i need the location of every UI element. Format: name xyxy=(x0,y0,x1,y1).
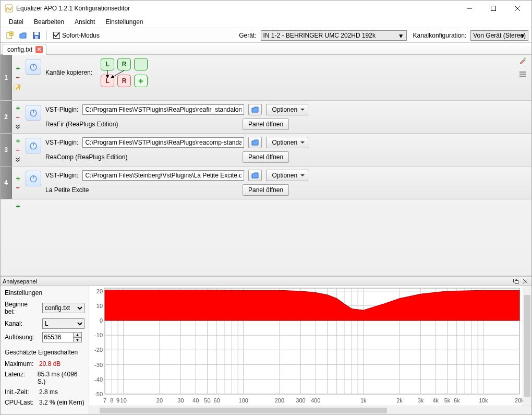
menu-view[interactable]: Ansicht xyxy=(69,17,100,27)
add-filter-button[interactable]: ＋ xyxy=(14,174,22,182)
tab-strip: config.txt ✕ xyxy=(1,42,531,55)
filter-power-button[interactable] xyxy=(26,59,41,75)
chevron-down-icon: ▼ xyxy=(519,32,526,40)
svg-text:-50: -50 xyxy=(94,391,103,397)
resolution-stepper[interactable]: ▲▼ xyxy=(42,332,82,342)
svg-text:7: 7 xyxy=(103,397,106,404)
resolution-input[interactable] xyxy=(42,332,74,342)
add-filter-button[interactable]: ＋ xyxy=(14,64,22,73)
channel-dst-L[interactable]: L xyxy=(101,75,114,87)
frequency-response-chart[interactable]: 20100-10-20-30-40-5078910203040506010020… xyxy=(89,286,531,406)
save-file-button[interactable] xyxy=(31,30,42,41)
channel-select[interactable]: L xyxy=(42,318,84,329)
vst-path-input[interactable] xyxy=(82,137,244,148)
menu-edit[interactable]: Bearbeiten xyxy=(29,17,69,27)
open-panel-button[interactable]: Panel öffnen xyxy=(243,118,289,130)
svg-text:20: 20 xyxy=(156,397,163,404)
init-time-label: Init.-Zeit: xyxy=(5,388,35,396)
filter-power-button[interactable] xyxy=(26,138,41,153)
analysis-panel: Analysepanel Einstellungen Beginne bei: … xyxy=(1,276,531,414)
row-number: 1 xyxy=(1,55,12,100)
color-picker-button[interactable] xyxy=(516,55,529,66)
chart-horizontal-scrollbar[interactable] xyxy=(89,406,531,414)
svg-text:300: 300 xyxy=(296,397,305,404)
undock-button[interactable] xyxy=(512,278,520,285)
remove-filter-button[interactable]: − xyxy=(14,74,22,82)
begin-at-select[interactable]: config.txt xyxy=(42,303,84,313)
edit-filter-button[interactable] xyxy=(14,83,22,91)
channel-dst-R[interactable]: R xyxy=(117,75,131,87)
svg-text:20k: 20k xyxy=(515,397,523,404)
svg-text:3k: 3k xyxy=(418,397,424,404)
row-mode-button[interactable] xyxy=(516,68,529,80)
add-filter-button[interactable]: ＋ xyxy=(14,103,22,112)
vst-name: La Petite Excite xyxy=(45,186,238,194)
open-panel-button[interactable]: Panel öffnen xyxy=(243,151,289,163)
filter-power-button[interactable] xyxy=(26,171,41,186)
instant-mode-checkbox[interactable]: Sofort-Modus xyxy=(53,32,100,39)
remove-filter-button[interactable]: − xyxy=(14,183,22,192)
channel-add-button[interactable]: ＋ xyxy=(134,75,148,87)
expand-button[interactable] xyxy=(14,155,22,163)
svg-rect-2 xyxy=(491,6,496,11)
svg-text:30: 30 xyxy=(177,397,184,404)
vst-path-input[interactable] xyxy=(82,170,244,181)
step-up-button[interactable]: ▲ xyxy=(74,332,82,337)
channel-src-R[interactable]: R xyxy=(117,58,131,70)
options-button[interactable]: Optionen xyxy=(266,170,308,181)
browse-button[interactable] xyxy=(248,170,262,181)
row-controls: ＋ − xyxy=(12,55,23,100)
filter-power-button[interactable] xyxy=(26,105,41,121)
analysis-header: Analysepanel xyxy=(1,277,531,286)
svg-text:40: 40 xyxy=(192,397,199,404)
add-filter-button[interactable]: ＋ xyxy=(14,136,22,145)
channel-src-blank[interactable] xyxy=(134,58,148,70)
minimize-button[interactable] xyxy=(457,1,481,16)
window-title: Equalizer APO 1.2.1 Konfigurationseditor xyxy=(16,5,457,12)
begin-at-label: Beginne bei: xyxy=(5,301,39,315)
row-number: 4 xyxy=(1,167,12,199)
svg-text:9: 9 xyxy=(116,397,119,404)
check-icon xyxy=(53,32,60,39)
channel-config-value: Von Gerät (Stereo) xyxy=(473,32,526,39)
append-filter-button[interactable]: ＋ xyxy=(14,201,22,210)
options-button[interactable]: Optionen xyxy=(266,104,308,115)
close-button[interactable] xyxy=(505,1,529,16)
maximize-button[interactable] xyxy=(481,1,505,16)
vst-name: ReaComp (ReaPlugs Edition) xyxy=(45,153,238,161)
channel-config-select[interactable]: Von Gerät (Stereo) ▼ xyxy=(470,30,528,41)
svg-text:10: 10 xyxy=(120,397,127,404)
menu-settings[interactable]: Einstellungen xyxy=(100,17,148,27)
menu-file[interactable]: Datei xyxy=(4,17,29,27)
channel-src-L[interactable]: L xyxy=(101,58,114,70)
open-panel-button[interactable]: Panel öffnen xyxy=(243,184,289,196)
filter-row: 1 ＋ − Kanäle kopieren: xyxy=(1,55,531,101)
chart-vertical-scrollbar[interactable] xyxy=(523,286,531,406)
new-file-button[interactable] xyxy=(4,30,15,41)
open-file-button[interactable] xyxy=(17,30,29,41)
svg-point-17 xyxy=(524,57,526,60)
close-tab-icon[interactable]: ✕ xyxy=(35,46,43,53)
step-down-button[interactable]: ▼ xyxy=(74,337,82,342)
svg-rect-19 xyxy=(519,74,526,75)
chevron-down-icon: ▼ xyxy=(398,32,404,40)
vst-path-input[interactable] xyxy=(82,104,244,115)
settings-heading: Einstellungen xyxy=(5,289,84,297)
browse-button[interactable] xyxy=(248,137,262,148)
menu-bar: Datei Bearbeiten Ansicht Einstellungen xyxy=(1,16,531,28)
remove-filter-button[interactable]: − xyxy=(14,113,22,121)
device-select[interactable]: IN 1-2 - BEHRINGER UMC 202HD 192k ▼ xyxy=(261,30,407,41)
tab-config[interactable]: config.txt ✕ xyxy=(3,44,46,55)
channel-config-label: Kanalkonfiguration: xyxy=(413,32,467,39)
svg-text:-10: -10 xyxy=(94,332,103,338)
remove-filter-button[interactable]: − xyxy=(14,146,22,154)
expand-button[interactable] xyxy=(14,122,22,131)
vst-plugin-label: VST-Plugin: xyxy=(45,172,78,179)
resolution-label: Auflösung: xyxy=(5,334,39,341)
close-panel-button[interactable] xyxy=(521,278,529,285)
latency-label: Latenz: xyxy=(5,371,33,385)
browse-button[interactable] xyxy=(248,104,262,115)
options-button[interactable]: Optionen xyxy=(266,137,308,148)
init-time-value: 2.8 ms xyxy=(39,388,58,396)
device-label: Gerät: xyxy=(239,32,256,39)
